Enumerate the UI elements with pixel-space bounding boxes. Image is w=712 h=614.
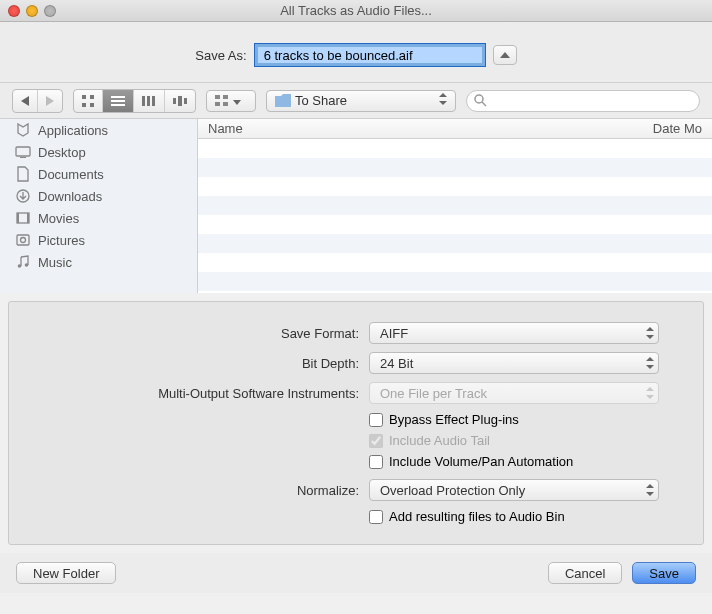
location-label: To Share xyxy=(291,93,435,108)
folder-icon xyxy=(275,94,291,107)
add-to-bin-checkbox[interactable] xyxy=(369,510,383,524)
column-date-header[interactable]: Date Mo xyxy=(653,121,702,136)
sidebar-item-label: Pictures xyxy=(38,233,85,248)
include-tail-label: Include Audio Tail xyxy=(389,433,490,448)
bypass-plugins-checkbox[interactable] xyxy=(369,413,383,427)
new-folder-button[interactable]: New Folder xyxy=(16,562,116,584)
svg-rect-16 xyxy=(223,102,228,106)
reveal-toggle-button[interactable] xyxy=(493,45,517,65)
bit-depth-label: Bit Depth: xyxy=(29,356,359,371)
svg-rect-23 xyxy=(17,213,19,223)
svg-rect-19 xyxy=(16,147,30,156)
column-view-icon xyxy=(142,96,156,106)
chevron-up-icon xyxy=(500,52,510,58)
column-name-header[interactable]: Name xyxy=(208,121,653,136)
multi-output-select: One File per Track xyxy=(369,382,659,404)
view-coverflow-button[interactable] xyxy=(165,90,195,112)
svg-point-27 xyxy=(18,264,22,268)
sidebar-item-label: Downloads xyxy=(38,189,102,204)
chevron-down-icon xyxy=(233,100,241,105)
browser-toolbar: To Share xyxy=(0,83,712,119)
chevron-right-icon xyxy=(46,96,54,106)
view-column-button[interactable] xyxy=(134,90,165,112)
svg-rect-0 xyxy=(82,95,86,99)
sidebar-item-label: Documents xyxy=(38,167,104,182)
normalize-label: Normalize: xyxy=(29,483,359,498)
file-row xyxy=(198,215,712,234)
svg-rect-13 xyxy=(215,95,220,99)
pictures-icon xyxy=(14,232,32,248)
svg-rect-9 xyxy=(152,96,155,106)
sidebar-item-music[interactable]: Music xyxy=(0,251,197,273)
sidebar-item-apps[interactable]: Applications xyxy=(0,119,197,141)
documents-icon xyxy=(14,166,32,182)
export-options-panel: Save Format: AIFF Bit Depth: 24 Bit Mult… xyxy=(8,301,704,545)
svg-rect-7 xyxy=(142,96,145,106)
save-button[interactable]: Save xyxy=(632,562,696,584)
updown-caret-icon xyxy=(439,93,447,105)
view-segment xyxy=(73,89,196,113)
file-browser: ApplicationsDesktopDocumentsDownloadsMov… xyxy=(0,119,712,293)
svg-rect-24 xyxy=(27,213,29,223)
forward-button[interactable] xyxy=(38,90,62,112)
file-row xyxy=(198,177,712,196)
save-format-select[interactable]: AIFF xyxy=(369,322,659,344)
icon-view-icon xyxy=(82,95,94,107)
sidebar-item-downloads[interactable]: Downloads xyxy=(0,185,197,207)
search-input[interactable] xyxy=(466,90,700,112)
multi-output-label: Multi-Output Software Instruments: xyxy=(29,386,359,401)
sidebar-item-label: Applications xyxy=(38,123,108,138)
coverflow-view-icon xyxy=(173,96,187,106)
view-list-button[interactable] xyxy=(103,90,134,112)
svg-rect-15 xyxy=(215,102,220,106)
updown-caret-icon xyxy=(646,387,654,399)
saveas-label: Save As: xyxy=(195,48,246,63)
saveas-input[interactable] xyxy=(255,44,485,66)
add-to-bin-label: Add resulting files to Audio Bin xyxy=(389,509,565,524)
view-icon-button[interactable] xyxy=(74,90,103,112)
svg-rect-12 xyxy=(184,98,187,104)
titlebar: All Tracks as Audio Files... xyxy=(0,0,712,22)
bit-depth-select[interactable]: 24 Bit xyxy=(369,352,659,374)
column-header: Name Date Mo xyxy=(198,119,712,139)
sidebar-item-desktop[interactable]: Desktop xyxy=(0,141,197,163)
save-format-label: Save Format: xyxy=(29,326,359,341)
file-row xyxy=(198,234,712,253)
music-icon xyxy=(14,254,32,270)
sidebar-item-movies[interactable]: Movies xyxy=(0,207,197,229)
file-rows xyxy=(198,139,712,293)
include-tail-checkbox xyxy=(369,434,383,448)
file-row xyxy=(198,253,712,272)
svg-rect-8 xyxy=(147,96,150,106)
sidebar-item-documents[interactable]: Documents xyxy=(0,163,197,185)
svg-point-28 xyxy=(25,263,29,267)
svg-rect-1 xyxy=(90,95,94,99)
include-volpan-label: Include Volume/Pan Automation xyxy=(389,454,573,469)
sidebar-item-label: Desktop xyxy=(38,145,86,160)
svg-rect-11 xyxy=(178,96,182,106)
sidebar-item-pictures[interactable]: Pictures xyxy=(0,229,197,251)
dialog-footer: New Folder Cancel Save xyxy=(0,553,712,593)
normalize-select[interactable]: Overload Protection Only xyxy=(369,479,659,501)
bit-depth-value: 24 Bit xyxy=(380,356,413,371)
svg-rect-14 xyxy=(223,95,228,99)
back-button[interactable] xyxy=(13,90,38,112)
arrange-icon xyxy=(215,95,229,107)
location-dropdown[interactable]: To Share xyxy=(266,90,456,112)
sidebar: ApplicationsDesktopDocumentsDownloadsMov… xyxy=(0,119,198,293)
svg-point-17 xyxy=(475,95,483,103)
arrange-dropdown[interactable] xyxy=(206,90,256,112)
svg-rect-20 xyxy=(20,157,26,158)
sidebar-item-label: Movies xyxy=(38,211,79,226)
cancel-button[interactable]: Cancel xyxy=(548,562,622,584)
include-volpan-checkbox[interactable] xyxy=(369,455,383,469)
nav-segment xyxy=(12,89,63,113)
sidebar-item-label: Music xyxy=(38,255,72,270)
file-row xyxy=(198,158,712,177)
svg-rect-6 xyxy=(111,104,125,106)
file-row xyxy=(198,139,712,158)
apps-icon xyxy=(14,122,32,138)
updown-caret-icon xyxy=(646,327,654,339)
file-pane: Name Date Mo xyxy=(198,119,712,293)
svg-rect-3 xyxy=(90,103,94,107)
